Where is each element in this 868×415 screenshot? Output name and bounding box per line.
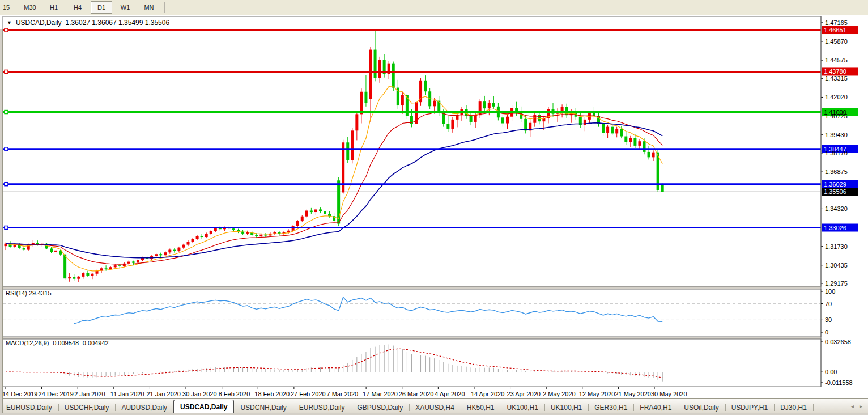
tab-usdcad-daily[interactable]: USDCAD,Daily (173, 400, 234, 413)
svg-text:7 Mar 2020: 7 Mar 2020 (327, 391, 359, 397)
svg-text:70: 70 (825, 300, 832, 307)
chart-ohlc-values: 1.36027 1.36067 1.35499 1.35506 (66, 19, 170, 27)
tab-separator (813, 404, 814, 411)
svg-text:1.44575: 1.44575 (825, 57, 848, 63)
svg-text:1.38170: 1.38170 (825, 150, 848, 156)
timeframe-button-h4[interactable]: H4 (67, 1, 88, 14)
svg-text:1.30435: 1.30435 (825, 262, 848, 269)
tab-hk50-h1[interactable]: HK50,H1 (461, 401, 501, 413)
svg-text:1.39430: 1.39430 (825, 132, 848, 138)
svg-text:2 May 2020: 2 May 2020 (543, 391, 575, 397)
svg-text:1.36875: 1.36875 (825, 168, 848, 175)
svg-text:1.36029: 1.36029 (824, 181, 846, 188)
tab-usoil-daily[interactable]: USOil,Daily (678, 401, 725, 413)
timeframe-toolbar: 15M30H1H4D1W1MN (0, 0, 868, 15)
svg-text:21 Jan 2020: 21 Jan 2020 (146, 391, 181, 397)
svg-text:-0.011558: -0.011558 (825, 379, 853, 386)
tab-audusd-daily[interactable]: AUDUSD,Daily (115, 401, 173, 413)
svg-text:30 Jan 2020: 30 Jan 2020 (182, 391, 217, 397)
svg-text:23 Apr 2020: 23 Apr 2020 (507, 391, 541, 397)
timeframe-button-15[interactable]: 15 (0, 1, 17, 14)
svg-text:12 May 2020: 12 May 2020 (579, 391, 615, 397)
tab-usdcnh-daily[interactable]: USDCNH,Daily (234, 401, 292, 413)
timeframe-button-h1[interactable]: H1 (43, 1, 65, 14)
svg-text:1.47165: 1.47165 (825, 19, 848, 26)
svg-text:1.31730: 1.31730 (825, 243, 848, 250)
svg-text:0.032658: 0.032658 (825, 338, 851, 345)
tab-dj30-h1[interactable]: DJ30,H1 (774, 401, 813, 413)
svg-text:1.43780: 1.43780 (824, 68, 846, 75)
tab-usdjpy-h1[interactable]: USDJPY,H1 (725, 401, 774, 413)
svg-text:1.33026: 1.33026 (824, 225, 846, 231)
svg-text:30: 30 (825, 316, 832, 323)
svg-text:2 Jan 2020: 2 Jan 2020 (74, 391, 105, 397)
tab-ger30-h1[interactable]: GER30,H1 (588, 401, 633, 413)
tab-fra40-h1[interactable]: FRA40,H1 (633, 401, 678, 413)
window-left-edge (0, 29, 3, 413)
current-price-label: 1.35506 (822, 188, 858, 196)
tab-uk100-h1[interactable]: UK100,H1 (501, 401, 544, 413)
tab-scroll-arrows: ◂▸ (851, 399, 862, 413)
svg-text:1.46651: 1.46651 (824, 27, 846, 33)
tab-uk100-h1[interactable]: UK100,H1 (544, 401, 588, 413)
timeframe-button-m30[interactable]: M30 (19, 1, 41, 14)
svg-text:11 Jan 2020: 11 Jan 2020 (110, 391, 144, 397)
chevron-down-icon[interactable]: ▼ (7, 20, 12, 26)
svg-text:26 Mar 2020: 26 Mar 2020 (399, 391, 434, 397)
svg-text:21 May 2020: 21 May 2020 (615, 391, 651, 397)
svg-text:18 Feb 2020: 18 Feb 2020 (254, 391, 290, 397)
tab-xauusd-h4[interactable]: XAUUSD,H4 (409, 401, 461, 413)
chart-tab-bar: EURUSD,DailyUSDCHF,DailyAUDUSD,DailyUSDC… (0, 398, 868, 413)
rsi-indicator-label: RSI(14) 29.4315 (6, 290, 52, 297)
tab-usdchf-daily[interactable]: USDCHF,Daily (58, 401, 116, 413)
macd-indicator-label: MACD(12,26,9) -0.009548 -0.004942 (6, 340, 109, 346)
main-chart-canvas[interactable]: 1.466511.437801.410001.384471.360291.330… (0, 15, 868, 398)
svg-text:17 Mar 2020: 17 Mar 2020 (363, 391, 398, 397)
tab-scroll-left-icon[interactable]: ◂ (851, 403, 854, 409)
svg-text:1.42020: 1.42020 (825, 94, 848, 100)
bottom-strip (0, 413, 868, 415)
svg-text:1.34320: 1.34320 (825, 205, 848, 212)
svg-text:8 Feb 2020: 8 Feb 2020 (219, 391, 250, 397)
svg-text:1.43315: 1.43315 (825, 75, 848, 82)
svg-text:1.40725: 1.40725 (825, 113, 848, 120)
svg-text:100: 100 (825, 288, 835, 295)
svg-text:1.29175: 1.29175 (825, 280, 848, 287)
tab-gbpusd-daily[interactable]: GBPUSD,Daily (351, 401, 409, 413)
svg-text:30 May 2020: 30 May 2020 (651, 391, 687, 397)
svg-text:27 Feb 2020: 27 Feb 2020 (291, 391, 326, 397)
tab-eurusd-daily[interactable]: EURUSD,Daily (0, 401, 58, 413)
svg-text:0.00: 0.00 (825, 369, 837, 375)
timeframe-button-d1[interactable]: D1 (91, 1, 112, 14)
chart-title: ▼ USDCAD,Daily 1.36027 1.36067 1.35499 1… (7, 19, 169, 27)
svg-text:14 Apr 2020: 14 Apr 2020 (471, 391, 504, 397)
tab-eurusd-daily[interactable]: EURUSD,Daily (293, 401, 351, 413)
toolbar-divider (164, 2, 165, 13)
svg-text:4 Apr 2020: 4 Apr 2020 (435, 391, 465, 397)
svg-text:1.45870: 1.45870 (825, 38, 848, 45)
svg-text:0: 0 (825, 329, 828, 336)
chart-symbol-period: USDCAD,Daily (16, 19, 62, 27)
svg-text:1.35506: 1.35506 (824, 188, 846, 195)
svg-text:24 Dec 2019: 24 Dec 2019 (39, 391, 74, 397)
tab-scroll-right-icon[interactable]: ▸ (860, 403, 862, 409)
timeframe-button-mn[interactable]: MN (138, 1, 160, 14)
svg-text:14 Dec 2019: 14 Dec 2019 (2, 391, 37, 397)
timeframe-button-w1[interactable]: W1 (114, 1, 136, 14)
chart-window: 1.466511.437801.410001.384471.360291.330… (0, 15, 868, 398)
